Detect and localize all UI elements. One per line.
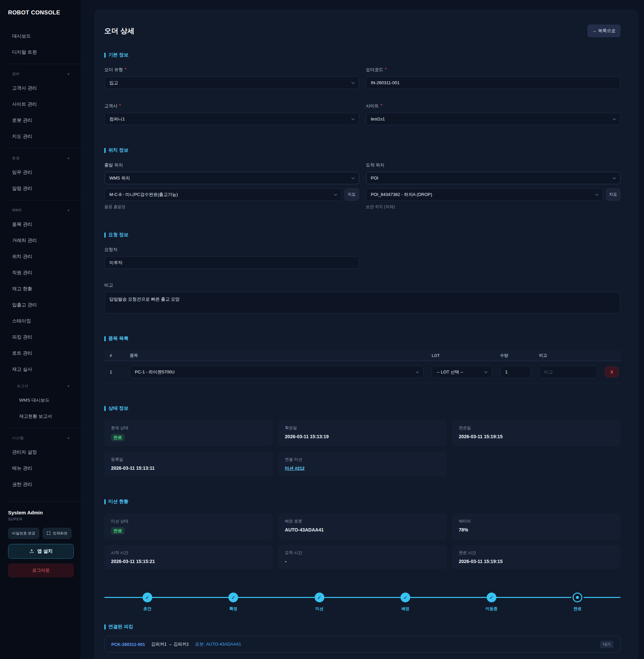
chevron-down-icon: ▾ [67,384,69,388]
order-type-select[interactable]: 입고 [104,76,359,89]
to-location-label: 도착 위치 [366,162,621,168]
sidebar-item-site-mgmt[interactable]: 사이트 관리 [0,96,80,112]
picking-code-link[interactable]: PCK-260311-001 [111,642,145,647]
sidebar-item-menu-mgmt[interactable]: 메뉴 관리 [0,460,80,476]
sidebar-item-vendor-mgmt[interactable]: 거래처 관리 [0,232,80,249]
item-row-no: 1 [104,369,122,374]
card-label: 배터리 [459,518,614,524]
divider [7,64,80,64]
sidebar-item-item-mgmt[interactable]: 품목 관리 [0,217,80,232]
to-location-type-select[interactable]: POI [366,172,621,184]
sidebar-item-lot-mgmt[interactable]: 로트 관리 [0,345,80,361]
customer-value: 컴퍼니1 [109,116,125,122]
sidebar-item-inventory-report[interactable]: 재고현황 보고서 [0,408,80,425]
from-location-type-value: WMS 위치 [109,175,130,181]
lot-select[interactable]: -- LOT 선택 -- [432,366,492,378]
to-map-button[interactable]: 지도 [606,188,621,201]
row-note-input[interactable] [539,366,597,378]
sidebar-item-picking-mgmt[interactable]: 피킹 관리 [0,329,80,345]
install-app-button[interactable]: 앱 설치 [8,544,74,559]
section-title-text: 상태 정보 [108,405,129,411]
step-assigned: ✓ 배정 [363,593,449,612]
site-field: 사이트* test1s1 [366,103,621,125]
sidebar-section-operations[interactable]: 운영 ▾ [0,152,80,164]
section-title-text: 연결된 피킹 [108,624,133,630]
card-value: 2026-03-11 15:13:19 [285,434,440,439]
to-location-select[interactable]: POI_84347382 - 하차A (DROP) [366,188,603,201]
sidebar-item-inventory-status[interactable]: 재고 현황 [0,281,80,297]
section-accent-bar [104,336,106,341]
sidebar-section-wms[interactable]: WMS ▾ [0,204,80,217]
check-icon: ✓ [315,593,324,602]
col-header-item: 품목 [130,353,423,358]
section-title: 운영 [12,156,20,161]
sidebar-item-map-mgmt[interactable]: 지도 관리 [0,129,80,144]
sidebar-item-stocktaking[interactable]: 재고 실사 [0,361,80,378]
sidebar-item-staff-mgmt[interactable]: 직원 관리 [0,265,80,281]
order-note-textarea[interactable]: 당일발송 요청건으로 빠른 출고 요망 [104,292,621,313]
section-title-text: 기본 정보 [108,52,129,58]
back-to-list-button[interactable]: ← 목록으로 [587,24,621,37]
card-label: 연결 미션 [285,457,440,462]
required-mark: * [119,103,121,109]
chevron-down-icon [613,176,616,179]
sidebar-item-permission-mgmt[interactable]: 권한 관리 [0,476,80,493]
picking-robot: 로봇: AUTO-43ADAA41 [195,641,241,647]
from-location-type-select[interactable]: WMS 위치 [104,172,359,184]
sidebar-item-task-mgmt[interactable]: 임무 관리 [0,164,80,181]
sidebar-item-admin-settings[interactable]: 관리자 설정 [0,444,80,460]
sidebar-item-location-mgmt[interactable]: 위치 관리 [0,249,80,265]
order-code-label: 오더코드* [366,67,621,73]
col-header-qty: 수량 [500,353,531,358]
page-title: 오더 상세 [104,26,135,36]
section-title-text: 요청 정보 [108,232,129,238]
site-select[interactable]: test1s1 [366,113,621,125]
delete-row-button[interactable]: X [605,367,619,377]
step-label: 미션 [315,606,323,612]
sidebar-item-inout-mgmt[interactable]: 입출고 관리 [0,297,80,313]
sidebar-item-alert-mgmt[interactable]: 알림 관리 [0,181,80,197]
sidebar-item-staging[interactable]: 스테이징 [0,313,80,329]
item-select[interactable]: PC-1 - 라이젠5700U [130,366,423,378]
sidebar-user-block: System Admin SUPER 비밀번호 변경 전체화면 앱 설치 로그아… [7,501,80,577]
sidebar-section-management[interactable]: 관리 ▾ [0,67,80,80]
card-label: 미션 상태 [111,518,266,524]
from-location-field: 출발 위치 WMS 위치 M-C-8 - 미니PC검수완료(출고가능) 지도 물… [104,162,359,210]
order-code-input[interactable] [366,76,621,89]
sidebar-item-dashboard[interactable]: 대시보드 [0,28,80,44]
site-value: test1s1 [371,116,385,121]
required-mark: * [385,67,387,73]
card-label: 완료 시간 [459,550,614,556]
chevron-down-icon [613,117,616,120]
card-value: 2026-03-11 15:13:11 [111,465,266,471]
linked-mission-link[interactable]: 미션 #212 [285,466,304,471]
from-location-select[interactable]: M-C-8 - 미니PC검수완료(출고가능) [104,188,342,201]
status-info-section: 상태 정보 현재 상태 완료 확정일 2026-03-11 15:13:19 완… [104,405,621,476]
picking-row[interactable]: PCK-260311-001 김피커1 → 김피커1 로봇: AUTO-43AD… [104,636,621,653]
section-accent-bar [104,232,106,237]
sidebar-item-robot-mgmt[interactable]: 로봇 관리 [0,112,80,129]
requester-input[interactable] [104,256,359,269]
card-value: 2026-03-11 15:15:21 [111,559,266,564]
current-step-icon [573,593,582,602]
section-accent-bar [104,406,106,411]
from-map-button[interactable]: 지도 [344,188,359,201]
sidebar-section-system[interactable]: 시스템 ▾ [0,432,80,444]
sidebar-item-customer-mgmt[interactable]: 고객사 관리 [0,80,80,96]
card-label: 현재 상태 [111,425,266,431]
customer-select[interactable]: 컴퍼니1 [104,113,359,125]
logout-button[interactable]: 로그아웃 [8,563,74,577]
quantity-input[interactable] [500,366,531,378]
sidebar-item-digital-twin[interactable]: 디지털 트윈 [0,44,80,61]
section-accent-bar [104,53,106,58]
item-list-title: 품목 목록 [104,336,621,342]
section-accent-bar [104,624,106,630]
app-logo: ROBOT CONSOLE [0,9,80,16]
from-location-value: M-C-8 - 미니PC검수완료(출고가능) [109,191,178,198]
change-password-button[interactable]: 비밀번호 변경 [8,528,39,539]
fullscreen-button[interactable]: 전체화면 [43,528,71,539]
basic-info-title: 기본 정보 [104,52,621,58]
sidebar-item-wms-dashboard[interactable]: WMS 대시보드 [0,392,80,408]
sidebar-section-reports[interactable]: 보고서 ▾ [0,380,80,392]
col-header-note: 비고 [539,353,597,358]
